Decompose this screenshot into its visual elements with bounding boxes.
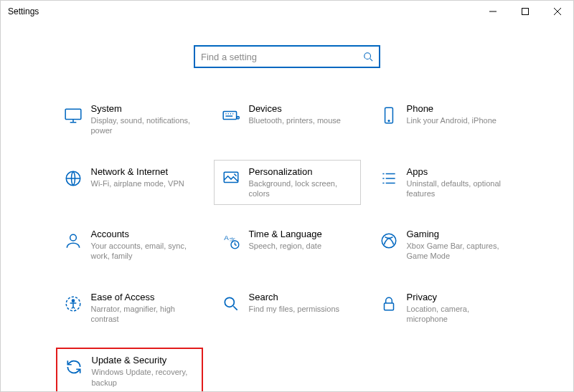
minimize-icon	[489, 8, 497, 15]
tile-ease-of-access[interactable]: Ease of Access Narrator, magnifier, high…	[56, 285, 203, 331]
list-icon	[378, 168, 400, 189]
tile-title: Time & Language	[249, 229, 354, 239]
close-button[interactable]	[541, 1, 573, 22]
time-language-icon: A字	[220, 230, 242, 252]
window-title: Settings	[8, 6, 39, 16]
svg-point-9	[70, 235, 76, 242]
tile-privacy[interactable]: Privacy Location, camera, microphone	[372, 285, 519, 331]
tile-apps[interactable]: Apps Uninstall, defaults, optional featu…	[372, 160, 519, 206]
tile-title: Personalization	[249, 166, 354, 177]
tile-devices[interactable]: Devices Bluetooth, printers, mouse	[214, 97, 361, 143]
svg-point-6	[388, 120, 390, 122]
smartphone-icon	[378, 105, 400, 126]
tile-desc: Windows Update, recovery, backup	[92, 367, 196, 388]
tile-gaming[interactable]: Gaming Xbox Game Bar, captures, Game Mod…	[372, 222, 519, 268]
sync-icon	[63, 356, 85, 378]
tile-desc: Link your Android, iPhone	[407, 115, 512, 125]
svg-rect-17	[384, 303, 393, 310]
tile-system[interactable]: System Display, sound, notifications, po…	[56, 97, 203, 143]
svg-text:A: A	[224, 234, 229, 242]
tile-title: Apps	[407, 166, 512, 177]
tile-desc: Xbox Game Bar, captures, Game Mode	[407, 241, 512, 262]
svg-point-4	[237, 117, 239, 119]
svg-rect-0	[522, 9, 528, 15]
search-icon	[363, 52, 373, 62]
tile-network[interactable]: Network & Internet Wi-Fi, airplane mode,…	[56, 160, 203, 206]
tile-title: Phone	[407, 103, 512, 114]
svg-point-1	[364, 53, 371, 59]
tile-desc: Background, lock screen, colors	[249, 178, 354, 199]
tile-title: Gaming	[407, 229, 512, 239]
tile-desc: Display, sound, notifications, power	[91, 115, 197, 136]
minimize-button[interactable]	[476, 1, 509, 22]
tile-desc: Narrator, magnifier, high contrast	[91, 304, 197, 325]
tile-title: Update & Security	[92, 355, 196, 365]
tile-personalization[interactable]: Personalization Background, lock screen,…	[214, 160, 361, 206]
person-icon	[62, 230, 84, 252]
tile-desc: Location, camera, microphone	[407, 304, 512, 325]
tile-title: System	[91, 103, 197, 114]
tile-desc: Speech, region, date	[249, 241, 354, 251]
settings-grid: System Display, sound, notifications, po…	[49, 97, 526, 392]
svg-point-13	[382, 234, 396, 248]
titlebar: Settings	[1, 1, 573, 22]
keyboard-icon	[220, 105, 242, 126]
lock-icon	[378, 293, 400, 315]
close-icon	[554, 8, 561, 15]
monitor-icon	[62, 105, 84, 126]
content-area: System Display, sound, notifications, po…	[1, 22, 573, 392]
svg-point-16	[225, 297, 234, 307]
tile-phone[interactable]: Phone Link your Android, iPhone	[372, 97, 519, 143]
tile-title: Ease of Access	[91, 292, 197, 302]
globe-icon	[62, 168, 84, 189]
tile-desc: Bluetooth, printers, mouse	[249, 115, 354, 125]
tile-title: Accounts	[91, 229, 197, 239]
tile-desc: Uninstall, defaults, optional features	[407, 178, 512, 199]
maximize-icon	[522, 8, 529, 15]
xbox-icon	[378, 230, 400, 252]
tile-update-security[interactable]: Update & Security Windows Update, recove…	[56, 348, 203, 392]
tile-desc: Find my files, permissions	[249, 304, 354, 314]
tile-accounts[interactable]: Accounts Your accounts, email, sync, wor…	[56, 222, 203, 268]
tile-time-language[interactable]: A字 Time & Language Speech, region, date	[214, 222, 361, 268]
tile-search[interactable]: Search Find my files, permissions	[214, 285, 361, 331]
svg-point-15	[72, 300, 74, 302]
tile-title: Search	[249, 292, 354, 302]
maximize-button[interactable]	[509, 1, 541, 22]
search-input[interactable]	[201, 52, 363, 62]
tile-desc: Your accounts, email, sync, work, family	[91, 241, 197, 262]
accessibility-icon	[62, 293, 84, 315]
window-controls	[476, 1, 573, 22]
svg-rect-2	[65, 109, 81, 119]
magnifier-icon	[220, 293, 242, 315]
tile-title: Privacy	[407, 292, 512, 302]
svg-rect-3	[223, 112, 236, 120]
tile-title: Devices	[249, 103, 354, 114]
search-box[interactable]	[194, 45, 380, 68]
tile-title: Network & Internet	[91, 166, 197, 177]
tile-desc: Wi-Fi, airplane mode, VPN	[91, 178, 197, 188]
paintbrush-icon	[220, 168, 242, 189]
